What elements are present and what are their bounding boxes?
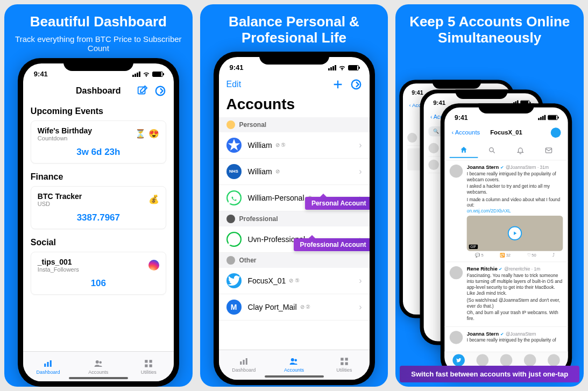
settings-icon[interactable] — [154, 85, 166, 97]
card-subtitle: Countdown — [38, 135, 92, 141]
avatar — [450, 165, 463, 177]
svg-rect-20 — [345, 362, 348, 365]
svg-rect-17 — [341, 358, 343, 361]
grid-icon — [338, 357, 350, 366]
tab-dashboard[interactable]: Dashboard — [219, 350, 269, 380]
section-title-finance: Finance — [31, 172, 166, 182]
svg-rect-13 — [243, 360, 245, 365]
card-subtitle: USD — [38, 201, 82, 207]
play-icon[interactable] — [508, 226, 522, 240]
svg-rect-4 — [50, 360, 52, 367]
compose-icon[interactable] — [136, 85, 148, 97]
tab-home[interactable] — [450, 143, 478, 158]
avatar — [450, 266, 463, 279]
nav-bar: Edit — [219, 75, 370, 94]
tab-messages[interactable] — [535, 143, 563, 158]
tab-dashboard[interactable]: Dashboard — [23, 352, 73, 381]
mail-icon: M — [226, 300, 242, 315]
svg-point-5 — [96, 360, 99, 364]
status-time: 9:41 — [34, 70, 48, 78]
reply-icon[interactable]: 💬 5 — [475, 253, 484, 257]
battery-icon — [348, 65, 359, 70]
account-row[interactable]: NHS William⊘ › — [219, 159, 370, 185]
share-icon[interactable]: ⤴ — [553, 253, 555, 257]
chevron-right-icon: › — [359, 140, 362, 150]
chart-icon — [238, 357, 250, 366]
tweet[interactable]: Joanna Stern ✔ @JoannaStern · 31m I beca… — [445, 160, 568, 262]
svg-point-21 — [490, 147, 494, 152]
section-title-social: Social — [31, 238, 166, 247]
svg-rect-8 — [150, 360, 152, 362]
panel-title: Keep 5 Accounts Online Simultaneously — [403, 14, 576, 46]
group-personal: Personal — [219, 117, 370, 132]
whatsapp-icon — [226, 232, 242, 247]
tweet-actions: 💬 5 🔁 32 ♡ 50 ⤴ — [467, 253, 563, 257]
account-row[interactable]: William⊘ ⑤ › — [219, 132, 370, 159]
phone-frame: 9:41 Edit Accounts Personal William⊘ ⑤ — [214, 52, 375, 385]
instagram-icon — [148, 260, 159, 271]
battery-icon — [152, 72, 163, 77]
whatsapp-icon — [226, 190, 242, 205]
grid-icon — [143, 359, 154, 368]
settings-icon[interactable] — [350, 79, 362, 90]
card-name: BTC Tracker — [38, 192, 82, 201]
star-icon — [226, 138, 242, 153]
signal-icon — [328, 65, 336, 70]
nav-back[interactable]: ‹ Accounts — [452, 129, 480, 136]
top-tabs — [445, 141, 568, 161]
tab-utilities[interactable]: Utilities — [319, 350, 369, 380]
svg-rect-10 — [150, 364, 152, 367]
event-card[interactable]: Wife's Birthday Countdown ⏳ 😍 3w 6d 23h — [31, 120, 166, 163]
chevron-right-icon: › — [359, 167, 362, 176]
finance-card[interactable]: BTC Tracker USD 💰 3387.7967 — [31, 186, 166, 229]
plus-icon[interactable] — [332, 79, 344, 90]
panel-title: Beautiful Dashboard — [12, 14, 185, 30]
svg-point-6 — [99, 361, 102, 364]
callout-professional: Professional Account — [294, 238, 370, 251]
account-row[interactable]: William-Personal⊘ › Personal Account — [219, 185, 370, 211]
tab-search[interactable] — [478, 143, 507, 158]
svg-rect-14 — [246, 358, 247, 365]
svg-rect-3 — [47, 362, 49, 367]
card-name: _tips_001 — [38, 258, 79, 266]
like-icon[interactable]: ♡ 50 — [527, 253, 536, 257]
callout-personal: Personal Account — [305, 197, 370, 210]
gif-badge: GIF — [469, 244, 478, 248]
marketing-panel-1: Beautiful Dashboard Track everything fro… — [4, 4, 193, 387]
chevron-right-icon: › — [359, 276, 362, 286]
tab-utilities[interactable]: Utilities — [123, 352, 173, 381]
svg-rect-7 — [145, 360, 147, 362]
users-icon — [288, 357, 300, 366]
status-time: 9:41 — [230, 63, 244, 72]
twitter-icon[interactable] — [551, 127, 561, 138]
svg-rect-9 — [145, 364, 147, 367]
avatar — [450, 331, 463, 344]
svg-rect-19 — [341, 362, 343, 365]
tweet[interactable]: Rene Ritchie ✔ @reneritchie · 1m Fascina… — [445, 262, 568, 326]
svg-rect-12 — [240, 361, 242, 365]
tab-notifications[interactable] — [506, 143, 535, 158]
social-card[interactable]: _tips_001 Insta_Followers 106 — [31, 252, 166, 295]
card-emoji: ⏳ 😍 — [135, 129, 159, 139]
card-value: 3387.7967 — [38, 212, 159, 223]
chevron-right-icon: › — [359, 302, 362, 312]
svg-rect-18 — [345, 358, 348, 361]
phone-front: 9:41 ‹ AccountsFocusX_01 Joanna Stern ✔ … — [441, 103, 572, 376]
group-other: Other — [219, 253, 370, 268]
twitter-icon — [226, 273, 242, 288]
account-row[interactable]: FocusX_01⊘ ⑤ › — [219, 268, 370, 294]
panel-title: Balance Personal & Profesional Life — [208, 14, 381, 46]
nav-edit-button[interactable]: Edit — [226, 80, 242, 89]
home-indicator — [69, 377, 128, 379]
nav-title: Dashboard — [76, 86, 121, 96]
card-subtitle: Insta_Followers — [38, 266, 79, 273]
account-row[interactable]: M Clay Port_Mail⊘ ② › — [219, 294, 370, 321]
nhs-icon: NHS — [226, 164, 242, 179]
account-row[interactable]: Uvn-Professional② › Professional Account — [219, 226, 370, 253]
phone-frame: 9:41 Dashboard Upcoming Events — [18, 58, 179, 387]
tweet-media[interactable]: GIF — [467, 216, 563, 251]
footer-callout: Switch fast between accounts with just o… — [400, 366, 579, 382]
retweet-icon[interactable]: 🔁 32 — [500, 253, 511, 257]
tweet[interactable]: Joanna Stern ✔ @JoannaStern I became rea… — [445, 326, 568, 347]
card-emoji: 💰 — [148, 194, 159, 204]
